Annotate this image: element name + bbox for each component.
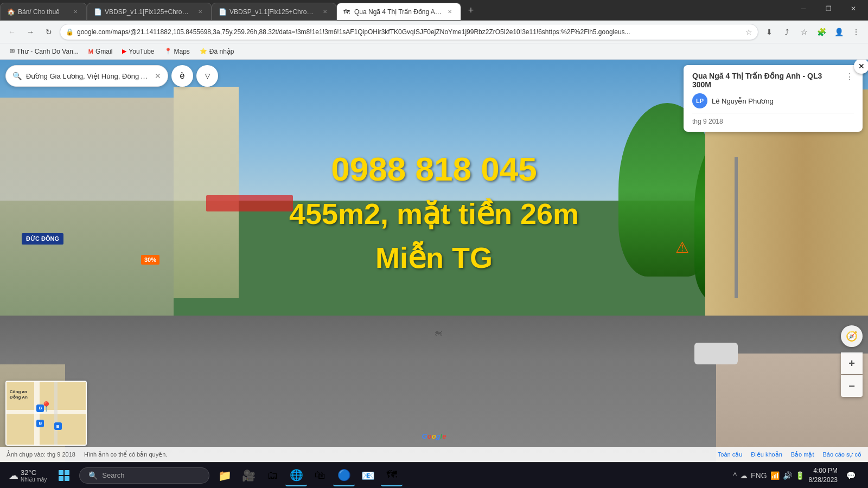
tray-volume-icon[interactable]: 🔊 bbox=[783, 471, 792, 480]
mini-map-road-v2 bbox=[54, 382, 58, 445]
tray-icons-group: ^ ☁ FNG 📶 🔊 🔋 bbox=[733, 471, 804, 480]
tab3-close[interactable]: ✕ bbox=[321, 8, 329, 16]
tab1-favicon: 🏠 bbox=[7, 8, 15, 16]
maps-app-icon: 🗺 bbox=[386, 468, 397, 481]
photo-card-divider bbox=[692, 113, 854, 113]
taskbar-search-icon: 🔍 bbox=[88, 471, 98, 480]
file-explorer-icon: 📁 bbox=[218, 469, 232, 482]
bookmark-gmail[interactable]: M Gmail bbox=[84, 47, 117, 56]
status-privacy[interactable]: Bảo mật bbox=[791, 451, 814, 458]
share-button[interactable]: ⤴ bbox=[779, 24, 794, 40]
browser-window: 🏠 Bán/ Cho thuê ✕ 📄 VBDSP_v1.1[Fix125+Ch… bbox=[0, 0, 868, 488]
profile-button[interactable]: 👤 bbox=[831, 24, 846, 40]
status-global[interactable]: Toàn cầu bbox=[718, 451, 743, 458]
taskbar-mail-app[interactable]: 📧 bbox=[357, 465, 379, 486]
taskbar-edge[interactable]: 🌐 bbox=[285, 465, 307, 486]
status-report[interactable]: Báo cáo sự cố bbox=[823, 451, 861, 458]
bookmark-maps[interactable]: 📍 Maps bbox=[160, 47, 194, 56]
notification-button[interactable]: 💬 bbox=[842, 465, 859, 486]
author-avatar-initial: LP bbox=[696, 98, 704, 104]
tray-show-hidden-icon[interactable]: ^ bbox=[733, 471, 737, 480]
map-area[interactable]: ĐỨC ĐÔNG 30% ⚠ 🏍 🔍 Đường Gia Lương, Việt… bbox=[0, 60, 868, 462]
address-text: google.com/maps/@21.1411882,105.8455698,… bbox=[77, 28, 742, 36]
back-button[interactable]: ← bbox=[4, 24, 20, 40]
folder-icon: 🗂 bbox=[267, 469, 278, 481]
taskbar-chrome[interactable]: 🔵 bbox=[333, 465, 355, 486]
tray-battery-icon[interactable]: 🔋 bbox=[795, 471, 805, 480]
taskbar-video-call[interactable]: 🎥 bbox=[238, 465, 259, 486]
close-button[interactable]: ✕ bbox=[841, 0, 866, 17]
tray-wifi-icon[interactable]: 📶 bbox=[770, 471, 780, 480]
photo-card-title: Qua Ngã 4 Thị Trấn Đồng Anh - QL3 300M bbox=[692, 72, 841, 89]
tray-lang-label[interactable]: FNG bbox=[751, 471, 767, 480]
reload-button[interactable]: ↻ bbox=[41, 24, 56, 40]
tab1-close[interactable]: ✕ bbox=[71, 8, 80, 16]
bookmark-button[interactable]: ☆ bbox=[796, 24, 812, 40]
zoom-controls: 🧭 + − bbox=[841, 325, 863, 397]
extension-button[interactable]: 🧩 bbox=[814, 24, 829, 40]
taskbar-date: 8/28/2023 bbox=[809, 476, 838, 485]
bookmark-imported[interactable]: ⭐ Đã nhập bbox=[195, 47, 239, 56]
start-square-4 bbox=[65, 476, 69, 481]
property-overlay: 0988 818 045 455m2, mặt tiền 26m Miễn TG bbox=[289, 149, 579, 277]
author-avatar: LP bbox=[692, 93, 707, 108]
menu-button[interactable]: ⋮ bbox=[848, 24, 864, 40]
tab-ban-cho-thue[interactable]: 🏠 Bán/ Cho thuê ✕ bbox=[0, 3, 87, 20]
bookmark-mail[interactable]: ✉ Thư - Canh Do Van... bbox=[5, 47, 83, 56]
tab-bar: 🏠 Bán/ Cho thuê ✕ 📄 VBDSP_v1.1[Fix125+Ch… bbox=[0, 0, 868, 21]
overlay-details-line2: Miễn TG bbox=[289, 238, 579, 276]
mini-map-pin: 📍 bbox=[40, 401, 52, 413]
address-bar[interactable]: 🔒 google.com/maps/@21.1411882,105.845569… bbox=[60, 24, 758, 40]
bookmark-youtube[interactable]: ▶ YouTube bbox=[118, 47, 158, 56]
restore-button[interactable]: ❐ bbox=[816, 0, 841, 17]
taskbar-weather[interactable]: ☁ 32°C Nhiều mây bbox=[4, 466, 51, 485]
view-angle-button[interactable]: ▽ bbox=[196, 65, 218, 87]
zoom-in-button[interactable]: + bbox=[841, 352, 863, 374]
tab4-favicon: 🗺 bbox=[343, 8, 351, 16]
photo-card-close-button[interactable]: ✕ bbox=[854, 60, 868, 74]
start-square-3 bbox=[59, 476, 63, 481]
download-button[interactable]: ⬇ bbox=[762, 24, 777, 40]
taskbar-folder-app[interactable]: 🗂 bbox=[261, 465, 283, 486]
taskbar-search-box[interactable]: 🔍 Search bbox=[79, 467, 209, 484]
status-terms[interactable]: Điều khoản bbox=[751, 451, 782, 458]
map-search-clear[interactable]: ✕ bbox=[155, 72, 161, 80]
tray-weather-small-icon[interactable]: ☁ bbox=[740, 471, 748, 480]
notification-icon: 💬 bbox=[846, 471, 856, 480]
photo-card-more-button[interactable]: ⋮ bbox=[841, 72, 854, 82]
zoom-out-button[interactable]: − bbox=[841, 375, 863, 397]
map-search-panel: 🔍 Đường Gia Lương, Việt Hùng, Đông Anh ✕… bbox=[5, 65, 218, 87]
taskbar-pinned-apps: 📁 🎥 🗂 🌐 🛍 🔵 📧 🗺 bbox=[214, 465, 403, 486]
photo-card-header: Qua Ngã 4 Thị Trấn Đồng Anh - QL3 300M ⋮ bbox=[692, 72, 854, 89]
tab-google-maps[interactable]: 🗺 Qua Ngã 4 Thị Trấn Đồng Anh -... ✕ bbox=[336, 3, 461, 20]
mini-map[interactable]: Công anĐồng An B B B 📍 bbox=[5, 381, 87, 446]
taskbar-maps-app[interactable]: 🗺 bbox=[381, 465, 403, 486]
tab-vbdsp-2[interactable]: 📄 VBDSP_v1.1[Fix125+Chrome32]... ✕ bbox=[212, 3, 336, 20]
bookmark-star-icon[interactable]: ☆ bbox=[745, 28, 752, 36]
taskbar-microsoft-store[interactable]: 🛍 bbox=[309, 465, 331, 486]
video-call-icon: 🎥 bbox=[242, 469, 256, 482]
tab2-close[interactable]: ✕ bbox=[196, 8, 205, 16]
maps-bookmark-icon: 📍 bbox=[164, 48, 172, 55]
taskbar: ☁ 32°C Nhiều mây 🔍 Search 📁 bbox=[0, 462, 868, 488]
author-name: Lê Nguyễn Phương bbox=[712, 97, 774, 105]
tab-vbdsp-1[interactable]: 📄 VBDSP_v1.1[Fix125+Chrome32]... ✕ bbox=[87, 3, 212, 20]
tab3-favicon: 📄 bbox=[219, 8, 226, 16]
bookmark-gmail-label: Gmail bbox=[95, 48, 112, 55]
photo-info-card: Qua Ngã 4 Thị Trấn Đồng Anh - QL3 300M ⋮… bbox=[684, 65, 863, 132]
start-button[interactable] bbox=[53, 465, 75, 486]
overlay-details-line1: 455m2, mặt tiền 26m bbox=[289, 195, 579, 233]
store-sign-duc-dong: ĐỨC ĐÔNG bbox=[22, 233, 63, 245]
taskbar-clock[interactable]: 4:00 PM 8/28/2023 bbox=[809, 466, 838, 485]
tab4-close[interactable]: ✕ bbox=[445, 8, 454, 16]
forward-button[interactable]: → bbox=[23, 24, 38, 40]
view-toggle-button[interactable]: è bbox=[171, 65, 193, 87]
compass-button[interactable]: 🧭 bbox=[841, 325, 863, 347]
tab1-label: Bán/ Cho thuê bbox=[18, 8, 68, 16]
new-tab-button[interactable]: + bbox=[463, 3, 478, 18]
minimize-button[interactable]: ─ bbox=[791, 0, 816, 17]
weather-info: 32°C Nhiều mây bbox=[21, 468, 47, 483]
taskbar-file-explorer[interactable]: 📁 bbox=[214, 465, 235, 486]
traffic-warning-sign: ⚠ bbox=[675, 239, 689, 256]
map-search-box[interactable]: 🔍 Đường Gia Lương, Việt Hùng, Đông Anh ✕ bbox=[5, 65, 168, 87]
